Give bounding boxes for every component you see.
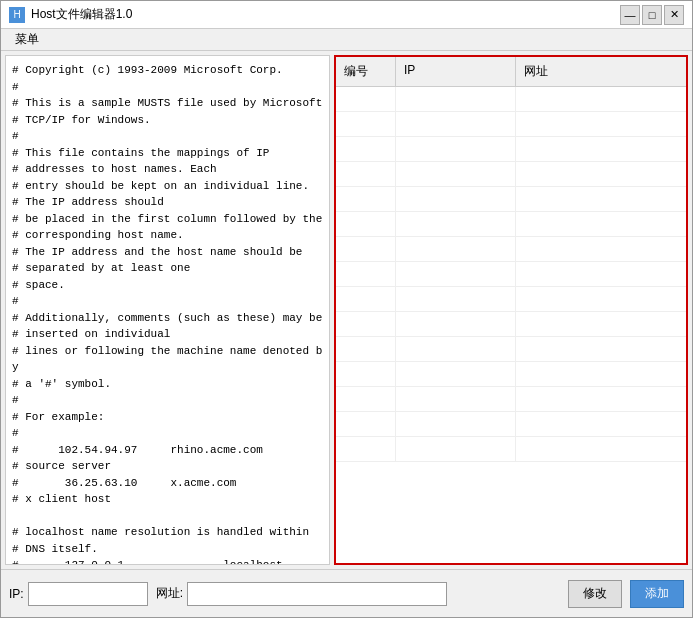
table-row[interactable] (336, 237, 686, 262)
table-row[interactable] (336, 362, 686, 387)
app-icon: H (9, 7, 25, 23)
ip-label: IP: (9, 587, 24, 601)
url-field-group: 网址: (156, 582, 447, 606)
column-header-ip: IP (396, 57, 516, 86)
hosts-text-editor[interactable]: # Copyright (c) 1993-2009 Microsoft Corp… (5, 55, 330, 565)
table-row[interactable] (336, 287, 686, 312)
maximize-button[interactable]: □ (642, 5, 662, 25)
table-row[interactable] (336, 262, 686, 287)
url-input[interactable] (187, 582, 447, 606)
ip-input[interactable] (28, 582, 148, 606)
table-row[interactable] (336, 437, 686, 462)
table-row[interactable] (336, 212, 686, 237)
footer: IP: 网址: 修改 添加 (1, 569, 692, 617)
ip-field-group: IP: (9, 582, 148, 606)
table-row[interactable] (336, 412, 686, 437)
title-bar: H Host文件编辑器1.0 — □ ✕ (1, 1, 692, 29)
menu-bar: 菜单 (1, 29, 692, 51)
close-button[interactable]: ✕ (664, 5, 684, 25)
menu-item-main[interactable]: 菜单 (9, 29, 45, 50)
title-bar-left: H Host文件编辑器1.0 (9, 6, 132, 23)
add-button[interactable]: 添加 (630, 580, 684, 608)
title-controls: — □ ✕ (620, 5, 684, 25)
table-row[interactable] (336, 387, 686, 412)
main-window: H Host文件编辑器1.0 — □ ✕ 菜单 # Copyright (c) … (0, 0, 693, 618)
table-row[interactable] (336, 187, 686, 212)
column-header-url: 网址 (516, 57, 686, 86)
content-area: # Copyright (c) 1993-2009 Microsoft Corp… (1, 51, 692, 569)
table-row[interactable] (336, 162, 686, 187)
modify-button[interactable]: 修改 (568, 580, 622, 608)
column-header-id: 编号 (336, 57, 396, 86)
table-row[interactable] (336, 112, 686, 137)
table-row[interactable] (336, 312, 686, 337)
table-header: 编号 IP 网址 (336, 57, 686, 87)
url-label: 网址: (156, 585, 183, 602)
minimize-button[interactable]: — (620, 5, 640, 25)
table-row[interactable] (336, 87, 686, 112)
window-title: Host文件编辑器1.0 (31, 6, 132, 23)
table-body (336, 87, 686, 563)
right-panel: 编号 IP 网址 (334, 55, 688, 565)
table-row[interactable] (336, 137, 686, 162)
hosts-table: 编号 IP 网址 (334, 55, 688, 565)
table-row[interactable] (336, 337, 686, 362)
